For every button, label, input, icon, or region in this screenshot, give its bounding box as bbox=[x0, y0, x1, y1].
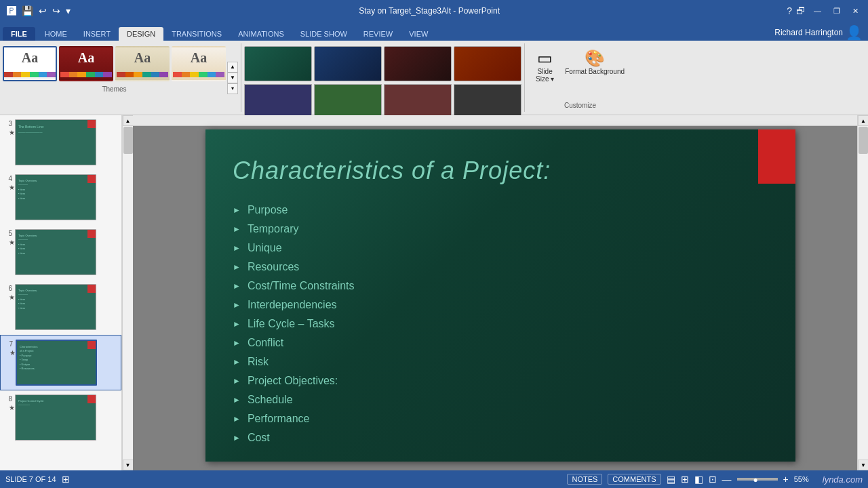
restore-button[interactable]: ❐ bbox=[829, 5, 844, 17]
powerpoint-icon[interactable]: 🅿 bbox=[5, 4, 18, 18]
slide-num-5: 5 bbox=[1, 229, 12, 239]
redo-icon[interactable]: ↪ bbox=[51, 4, 62, 18]
bullet-arrow-3: ► bbox=[233, 243, 241, 253]
slide-item-3[interactable]: 3 ★ The Bottom Line:────────── bbox=[0, 115, 121, 170]
view-normal-icon[interactable]: ▤ bbox=[667, 474, 675, 485]
view-reading-icon[interactable]: ◧ bbox=[694, 474, 703, 485]
editor-scroll-thumb[interactable] bbox=[859, 127, 868, 154]
themes-scroll-more[interactable]: ▾ bbox=[227, 83, 238, 94]
bullet-schedule: ► Schedule bbox=[233, 394, 355, 406]
tab-transitions[interactable]: TRANSITIONS bbox=[163, 27, 230, 41]
variant-2[interactable] bbox=[314, 46, 382, 81]
window-title: Stay on Target_Stage3Alt - PowerPoint bbox=[72, 6, 787, 16]
notes-button[interactable]: NOTES bbox=[567, 474, 602, 485]
variants-section: Variants bbox=[241, 43, 525, 112]
zoom-percent[interactable]: 55% bbox=[794, 475, 809, 483]
slide-thumb-6: Topic Overview─────• item• item• item bbox=[15, 284, 96, 330]
tab-insert[interactable]: INSERT bbox=[75, 27, 119, 41]
slide-item-7[interactable]: 7 ★ Characteristicsof a Project:• Purpos… bbox=[0, 335, 121, 390]
variant-3[interactable] bbox=[384, 46, 452, 81]
format-background-button[interactable]: 🎨 Format Background bbox=[562, 46, 627, 85]
help-icon[interactable]: ? bbox=[787, 5, 792, 16]
bullet-text-8: Conflict bbox=[248, 337, 283, 349]
status-right: NOTES COMMENTS ▤ ⊞ ◧ ⊡ — ● + 55% lynda.c… bbox=[567, 474, 863, 485]
tab-design[interactable]: DESIGN bbox=[119, 27, 163, 41]
panel-scroll-thumb[interactable] bbox=[123, 127, 133, 154]
editor-scroll-down[interactable]: ▼ bbox=[858, 460, 868, 470]
theme-2[interactable]: Aa bbox=[59, 46, 113, 81]
bullet-text-1: Purpose bbox=[248, 204, 288, 216]
ribbon-tabs: FILE HOME INSERT DESIGN TRANSITIONS ANIM… bbox=[0, 22, 868, 41]
editor-scroll-up[interactable]: ▲ bbox=[858, 115, 868, 126]
variant-4[interactable] bbox=[454, 46, 521, 81]
view-grid-icon[interactable]: ⊞ bbox=[681, 474, 689, 485]
tab-view[interactable]: VIEW bbox=[401, 27, 436, 41]
save-icon[interactable]: 💾 bbox=[20, 4, 35, 18]
slide-num-8: 8 bbox=[1, 394, 12, 404]
themes-scroll-down[interactable]: ▼ bbox=[227, 73, 238, 83]
undo-icon[interactable]: ↩ bbox=[37, 4, 48, 18]
bullet-arrow-9: ► bbox=[233, 357, 241, 367]
theme-3[interactable]: Aa bbox=[115, 46, 170, 81]
zoom-slider[interactable]: ● bbox=[737, 478, 778, 481]
slide-item-6[interactable]: 6 ★ Topic Overview─────• item• item• ite… bbox=[0, 280, 121, 335]
zoom-out-icon[interactable]: — bbox=[722, 474, 732, 485]
bullet-arrow-10: ► bbox=[233, 376, 241, 386]
editor-scroll-track bbox=[858, 126, 868, 460]
ribbon-display-icon[interactable]: 🗗 bbox=[796, 5, 806, 16]
slide-title: Characteristics of a Project: bbox=[233, 157, 551, 185]
slide-size-button[interactable]: ▭ SlideSize ▾ bbox=[533, 46, 557, 85]
tab-file[interactable]: FILE bbox=[3, 27, 35, 41]
user-avatar[interactable]: 👤 bbox=[846, 24, 863, 41]
theme-4[interactable]: Aa bbox=[172, 46, 226, 81]
user-name[interactable]: Richard Harrington bbox=[774, 28, 843, 37]
variant-5[interactable] bbox=[244, 84, 312, 119]
zoom-in-icon[interactable]: + bbox=[783, 474, 789, 485]
panel-scroll-down[interactable]: ▼ bbox=[123, 460, 134, 470]
slide-item-8[interactable]: 8 ★ Project Control Cycle────── bbox=[0, 390, 121, 445]
bullet-list: ► Purpose ► Temporary ► Unique ► Resourc… bbox=[233, 204, 355, 451]
customize-qat-icon[interactable]: ▾ bbox=[64, 4, 72, 18]
customize-label: Customize bbox=[564, 102, 596, 109]
slide-panel-container: 3 ★ The Bottom Line:────────── 4 ★ Topic… bbox=[0, 115, 133, 470]
fit-slide-icon[interactable]: ⊞ bbox=[62, 474, 70, 485]
slide-red-corner-6 bbox=[87, 285, 96, 293]
customize-section: ▭ SlideSize ▾ 🎨 Format Background Custom… bbox=[525, 43, 635, 112]
tab-animations[interactable]: ANIMATIONS bbox=[230, 27, 292, 41]
variant-8[interactable] bbox=[454, 84, 521, 119]
bullet-arrow-1: ► bbox=[233, 205, 241, 215]
bullet-text-5: Cost/Time Constraints bbox=[248, 280, 355, 292]
bullet-conflict: ► Conflict bbox=[233, 337, 355, 349]
tab-home[interactable]: HOME bbox=[37, 27, 75, 41]
view-present-icon[interactable]: ⊡ bbox=[709, 474, 717, 485]
slide-star-5: ★ bbox=[9, 239, 15, 246]
slide-star-6: ★ bbox=[9, 293, 15, 301]
bullet-arrow-8: ► bbox=[233, 338, 241, 348]
ruler-area bbox=[133, 115, 857, 126]
slide-size-label: SlideSize ▾ bbox=[536, 68, 554, 83]
comments-button[interactable]: COMMENTS bbox=[608, 474, 660, 485]
slide-item-4[interactable]: 4 ★ Topic Overview─────• item• item• ite… bbox=[0, 170, 121, 225]
variant-7[interactable] bbox=[384, 84, 452, 119]
slide-item-5[interactable]: 5 ★ Topic Overview─────• item• item• ite… bbox=[0, 225, 121, 280]
tab-slideshow[interactable]: SLIDE SHOW bbox=[292, 27, 355, 41]
theme-1[interactable]: Aa bbox=[3, 46, 57, 81]
bullet-temporary: ► Temporary bbox=[233, 223, 355, 235]
tab-review[interactable]: REVIEW bbox=[355, 27, 401, 41]
panel-scroll-up[interactable]: ▲ bbox=[123, 115, 134, 126]
main-slide[interactable]: Characteristics of a Project: ► Purpose … bbox=[205, 129, 795, 462]
close-button[interactable]: ✕ bbox=[848, 5, 863, 17]
variant-1[interactable] bbox=[244, 46, 312, 81]
bullet-resources: ► Resources bbox=[233, 261, 355, 273]
slide-size-icon: ▭ bbox=[537, 49, 553, 68]
format-background-label: Format Background bbox=[565, 68, 625, 75]
title-bar: 🅿 💾 ↩ ↪ ▾ Stay on Target_Stage3Alt - Pow… bbox=[0, 0, 868, 22]
slide-thumb-7: Characteristicsof a Project:• Purpose• T… bbox=[16, 340, 97, 386]
minimize-button[interactable]: — bbox=[810, 5, 825, 16]
quick-access-toolbar: 🅿 💾 ↩ ↪ ▾ bbox=[5, 4, 72, 18]
variant-6[interactable] bbox=[314, 84, 382, 119]
bullet-arrow-7: ► bbox=[233, 319, 241, 329]
slide-thumb-8: Project Control Cycle────── bbox=[15, 394, 96, 441]
themes-scroll-up[interactable]: ▲ bbox=[227, 62, 238, 73]
slide-red-corner-5 bbox=[87, 230, 96, 238]
